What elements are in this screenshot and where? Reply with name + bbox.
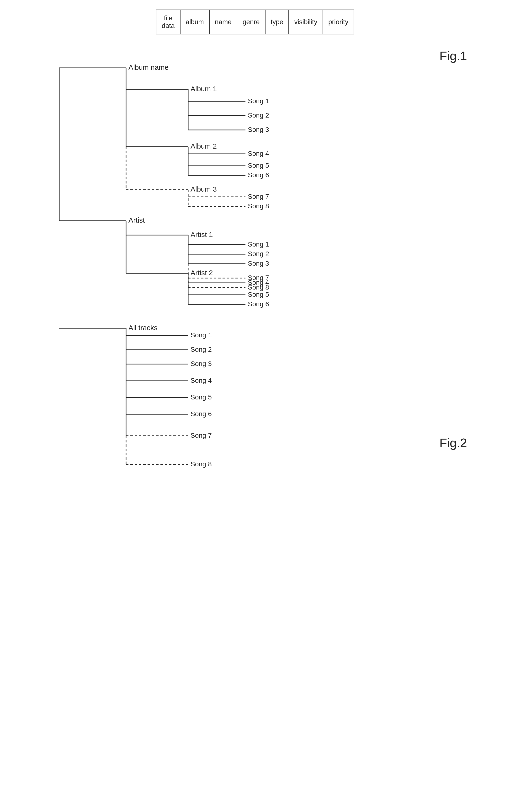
col-genre: genre [237, 10, 265, 34]
svg-text:Artist 1: Artist 1 [190, 231, 213, 238]
col-type: type [265, 10, 289, 34]
table-section: file data album name genre type visibili… [0, 0, 510, 34]
svg-text:All tracks: All tracks [128, 324, 158, 331]
col-name: name [209, 10, 237, 34]
svg-text:Song 7: Song 7 [190, 432, 212, 439]
svg-text:Song 2: Song 2 [248, 112, 269, 119]
svg-text:Song 3: Song 3 [248, 126, 269, 133]
svg-text:Song 3: Song 3 [190, 360, 212, 368]
svg-text:Album 2: Album 2 [190, 142, 217, 150]
svg-text:Song 4: Song 4 [248, 150, 269, 157]
col-album: album [180, 10, 209, 34]
svg-text:Album name: Album name [128, 63, 169, 71]
svg-text:Song 3: Song 3 [248, 260, 269, 267]
svg-text:Song 8: Song 8 [190, 460, 212, 468]
svg-text:Song 5: Song 5 [190, 394, 212, 401]
header-table: file data album name genre type visibili… [156, 9, 354, 34]
svg-text:Song 7: Song 7 [248, 193, 269, 200]
svg-text:Song 1: Song 1 [248, 240, 269, 248]
svg-text:Artist: Artist [128, 216, 145, 224]
fig1-diagram: Album name Album 1 Song 1 Song 2 Song 3 … [40, 54, 470, 312]
svg-text:Song 1: Song 1 [248, 97, 269, 105]
svg-text:Song 4: Song 4 [190, 377, 212, 384]
svg-text:Song 2: Song 2 [248, 250, 269, 258]
fig2-svg: All tracks Song 1 Song 2 Song 3 Song 4 S… [40, 321, 470, 479]
svg-text:Song 5: Song 5 [248, 291, 269, 298]
svg-text:Album 1: Album 1 [190, 85, 217, 93]
col-priority: priority [323, 10, 354, 34]
svg-text:Artist 2: Artist 2 [190, 269, 213, 277]
diagrams-section: Fig.1 Album name Album 1 Song 1 [0, 34, 510, 493]
svg-text:Song 5: Song 5 [248, 162, 269, 169]
svg-text:Song 8: Song 8 [248, 202, 269, 210]
col-file-data: file data [156, 10, 180, 34]
svg-text:Song 2: Song 2 [190, 346, 212, 353]
svg-text:Song 6: Song 6 [190, 410, 212, 417]
fig1-svg: Album name Album 1 Song 1 Song 2 Song 3 … [40, 54, 470, 312]
svg-text:Song 1: Song 1 [190, 331, 212, 339]
fig2-diagram: All tracks Song 1 Song 2 Song 3 Song 4 S… [40, 321, 470, 479]
svg-text:Song 6: Song 6 [248, 300, 269, 308]
svg-text:Song 6: Song 6 [248, 171, 269, 179]
svg-text:Album 3: Album 3 [190, 185, 217, 193]
svg-text:Song 4: Song 4 [248, 279, 269, 286]
col-visibility: visibility [289, 10, 323, 34]
